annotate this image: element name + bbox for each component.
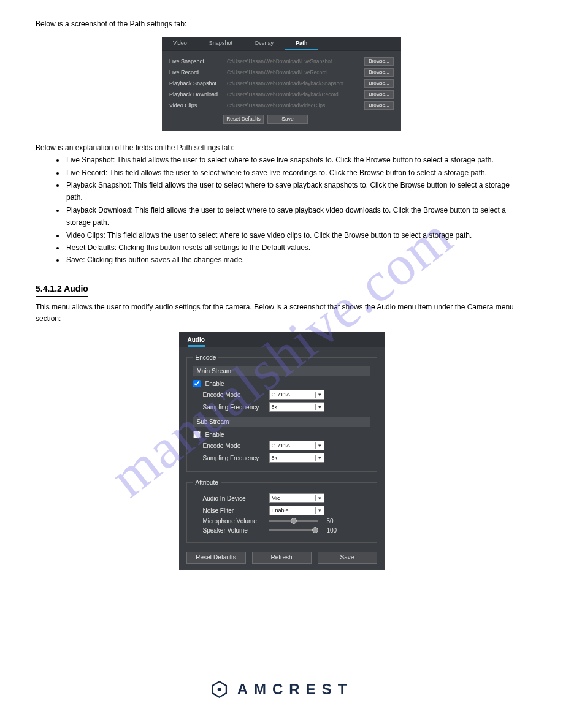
svg-point-1	[218, 688, 221, 691]
mic-volume-row: Microphone Volume 50	[203, 518, 370, 525]
main-enable-checkbox[interactable]	[193, 380, 201, 387]
main-enable-label: Enable	[205, 381, 224, 387]
audio-in-value: Mic	[272, 495, 280, 501]
bullet-playback-snapshot: Playback Snapshot: This field allows the…	[65, 179, 527, 204]
sub-sampling-label: Sampling Frequency	[203, 455, 266, 461]
chevron-down-icon: ▾	[315, 442, 324, 449]
audio-reset-defaults-button[interactable]: Reset Defaults	[186, 552, 246, 564]
path-bullets: Live Snapshot: This field allows the use…	[36, 154, 527, 267]
attribute-fieldset: Attribute Audio In Device Mic ▾ Noise Fi…	[186, 479, 377, 543]
mic-volume-label: Microphone Volume	[203, 518, 266, 525]
encode-legend: Encode	[193, 354, 219, 361]
value-playback-snapshot: C:\Users\Hasan\WebDownload\PlaybackSnaps…	[227, 80, 361, 86]
row-live-snapshot: Live Snapshot C:\Users\Hasan\WebDownload…	[169, 57, 394, 66]
audio-refresh-button[interactable]: Refresh	[252, 552, 312, 564]
speaker-volume-value: 100	[327, 527, 337, 534]
label-playback-snapshot: Playback Snapshot	[169, 80, 223, 86]
brand-text: AMCREST	[237, 681, 353, 698]
audio-tabbar: Audio	[179, 332, 385, 347]
label-video-clips: Video Clips	[169, 102, 223, 108]
main-encode-mode-row: Encode Mode G.711A ▾	[203, 390, 370, 400]
sub-sampling-row: Sampling Frequency 8k ▾	[203, 453, 370, 463]
value-video-clips: C:\Users\Hasan\WebDownload\VideoClips	[227, 102, 361, 108]
path-button-row: Reset Defaults Save	[223, 115, 394, 124]
main-encode-mode-label: Encode Mode	[203, 392, 266, 398]
speaker-volume-label: Speaker Volume	[203, 527, 266, 534]
bullet-save: Save: Clicking this button saves all the…	[65, 254, 527, 266]
row-video-clips: Video Clips C:\Users\Hasan\WebDownload\V…	[169, 101, 394, 110]
sub-enable-checkbox[interactable]	[193, 431, 201, 438]
audio-panel: Audio Encode Main Stream Enable Encode M…	[179, 332, 385, 570]
tab-audio[interactable]: Audio	[188, 336, 205, 347]
audio-desc: This menu allows the user to modify audi…	[36, 301, 527, 325]
bullet-playback-download: Playback Download: This field allows the…	[65, 204, 527, 229]
main-sampling-select[interactable]: 8k ▾	[269, 402, 324, 412]
speaker-volume-slider[interactable]	[269, 529, 318, 531]
audio-in-label: Audio In Device	[203, 495, 266, 502]
main-sampling-label: Sampling Frequency	[203, 404, 266, 411]
chevron-down-icon: ▾	[315, 495, 324, 501]
browse-playback-snapshot[interactable]: Browse...	[364, 79, 394, 88]
sub-encode-mode-value: G.711A	[272, 442, 291, 449]
sub-sampling-select[interactable]: 8k ▾	[269, 453, 324, 463]
noise-filter-label: Noise Filter	[203, 507, 266, 514]
chevron-down-icon: ▾	[315, 507, 324, 514]
bullet-reset-defaults: Reset Defaults: Clicking this button res…	[65, 241, 527, 254]
label-live-record: Live Record	[169, 69, 223, 75]
browse-video-clips[interactable]: Browse...	[364, 101, 394, 110]
browse-live-snapshot[interactable]: Browse...	[364, 57, 394, 66]
bullet-video-clips: Video Clips: This field allows the user …	[65, 229, 527, 241]
audio-save-button[interactable]: Save	[318, 552, 377, 564]
sub-sampling-value: 8k	[272, 455, 278, 461]
path-reset-defaults-button[interactable]: Reset Defaults	[223, 115, 264, 124]
label-playback-download: Playback Download	[169, 91, 223, 97]
audio-in-row: Audio In Device Mic ▾	[203, 493, 370, 503]
sub-enable-row: Enable	[193, 431, 370, 438]
mic-volume-value: 50	[327, 518, 334, 525]
sub-encode-mode-row: Encode Mode G.711A ▾	[203, 441, 370, 450]
sub-stream-header: Sub Stream	[193, 417, 370, 427]
main-sampling-value: 8k	[272, 404, 278, 410]
encode-fieldset: Encode Main Stream Enable Encode Mode G.…	[186, 354, 377, 472]
mic-volume-slider[interactable]	[269, 520, 318, 522]
value-playback-download: C:\Users\Hasan\WebDownload\PlaybackRecor…	[227, 91, 361, 97]
path-body: Live Snapshot C:\Users\Hasan\WebDownload…	[162, 50, 401, 131]
value-live-snapshot: C:\Users\Hasan\WebDownload\LiveSnapshot	[227, 58, 361, 64]
sub-encode-mode-select[interactable]: G.711A ▾	[269, 441, 324, 450]
row-playback-snapshot: Playback Snapshot C:\Users\Hasan\WebDown…	[169, 79, 394, 88]
chevron-down-icon: ▾	[315, 404, 324, 410]
bullet-live-record: Live Record: This field allows the user …	[65, 167, 527, 179]
tab-video[interactable]: Video	[162, 37, 198, 50]
row-live-record: Live Record C:\Users\Hasan\WebDownload\L…	[169, 68, 394, 77]
noise-filter-row: Noise Filter Enable ▾	[203, 506, 370, 515]
audio-button-row: Reset Defaults Refresh Save	[179, 548, 385, 564]
browse-playback-download[interactable]: Browse...	[364, 90, 394, 99]
browse-live-record[interactable]: Browse...	[364, 68, 394, 77]
main-sampling-row: Sampling Frequency 8k ▾	[203, 402, 370, 412]
path-tabs: Video Snapshot Overlay Path	[162, 37, 401, 50]
path-desc: Below is an explanation of the fields on…	[36, 142, 527, 154]
tab-overlay[interactable]: Overlay	[243, 37, 285, 50]
audio-in-select[interactable]: Mic ▾	[269, 493, 324, 503]
bullet-live-snapshot: Live Snapshot: This field allows the use…	[65, 154, 527, 166]
speaker-volume-row: Speaker Volume 100	[203, 527, 370, 534]
chevron-down-icon: ▾	[315, 392, 324, 398]
mic-volume-thumb[interactable]	[291, 518, 297, 524]
intro-text: Below is a screenshot of the Path settin…	[36, 18, 527, 29]
sub-enable-label: Enable	[205, 431, 224, 438]
main-encode-mode-value: G.711A	[272, 392, 291, 398]
hexagon-icon	[210, 680, 229, 699]
label-live-snapshot: Live Snapshot	[169, 58, 223, 64]
main-stream-header: Main Stream	[193, 366, 370, 376]
noise-filter-select[interactable]: Enable ▾	[269, 506, 324, 515]
tab-snapshot[interactable]: Snapshot	[198, 37, 243, 50]
audio-section-heading: 5.4.1.2 Audio	[36, 284, 88, 297]
tab-path[interactable]: Path	[285, 37, 319, 50]
main-encode-mode-select[interactable]: G.711A ▾	[269, 390, 324, 400]
speaker-volume-thumb[interactable]	[312, 527, 318, 533]
main-enable-row: Enable	[193, 380, 370, 387]
chevron-down-icon: ▾	[315, 455, 324, 461]
row-playback-download: Playback Download C:\Users\Hasan\WebDown…	[169, 90, 394, 99]
path-save-button[interactable]: Save	[267, 115, 308, 124]
attribute-legend: Attribute	[193, 479, 221, 486]
